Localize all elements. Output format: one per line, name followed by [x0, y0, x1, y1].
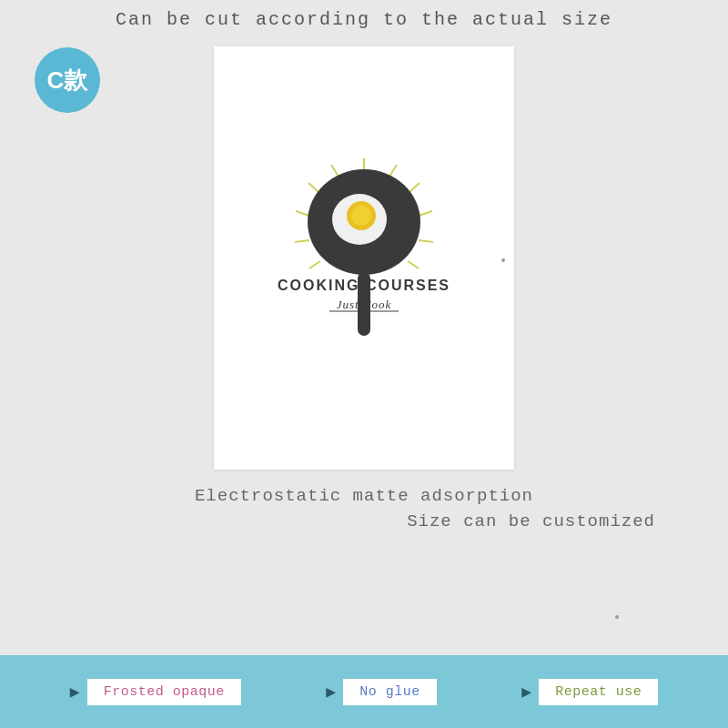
arrow-icon-2: ▶ [326, 682, 336, 702]
svg-point-14 [351, 206, 371, 226]
svg-line-2 [410, 183, 420, 192]
svg-line-6 [308, 183, 318, 192]
bottom-bar: ▶ Frosted opaque ▶ No glue ▶ Repeat use [0, 655, 728, 728]
decorative-dot [501, 258, 505, 262]
frosted-label: Frosted opaque [87, 679, 241, 705]
electrostatic-label: Electrostatic matte adsorption [0, 486, 728, 506]
bottom-text-area: Electrostatic matte adsorption Size can … [0, 486, 728, 531]
c-badge: C款 [35, 47, 100, 113]
cooking-logo-svg: COOKING COURSES Just Cook [273, 154, 455, 363]
svg-line-5 [331, 165, 339, 177]
bar-item-repeat: ▶ Repeat use [521, 679, 658, 705]
size-label: Size can be customized [0, 511, 728, 531]
svg-line-1 [389, 165, 397, 177]
svg-text:Just  Cook: Just Cook [337, 298, 392, 311]
poster-card: COOKING COURSES Just Cook [214, 46, 514, 470]
arrow-icon-3: ▶ [521, 682, 531, 702]
main-container: Can be cut according to the actual size … [0, 0, 728, 728]
svg-line-3 [419, 211, 432, 216]
svg-line-8 [295, 240, 309, 242]
arrow-icon-1: ▶ [70, 682, 80, 702]
svg-line-9 [309, 261, 320, 268]
top-label: Can be cut according to the actual size [0, 0, 728, 37]
bar-item-noglue: ▶ No glue [326, 679, 436, 705]
dot-decoration [615, 615, 619, 619]
bar-item-frosted: ▶ Frosted opaque [70, 679, 241, 705]
noglue-label: No glue [343, 679, 437, 705]
svg-line-10 [408, 261, 419, 268]
svg-text:COOKING  COURSES: COOKING COURSES [278, 278, 450, 293]
svg-line-7 [296, 211, 309, 216]
repeat-label: Repeat use [539, 679, 658, 705]
logo-area: COOKING COURSES Just Cook [273, 154, 455, 363]
svg-line-4 [419, 240, 433, 242]
